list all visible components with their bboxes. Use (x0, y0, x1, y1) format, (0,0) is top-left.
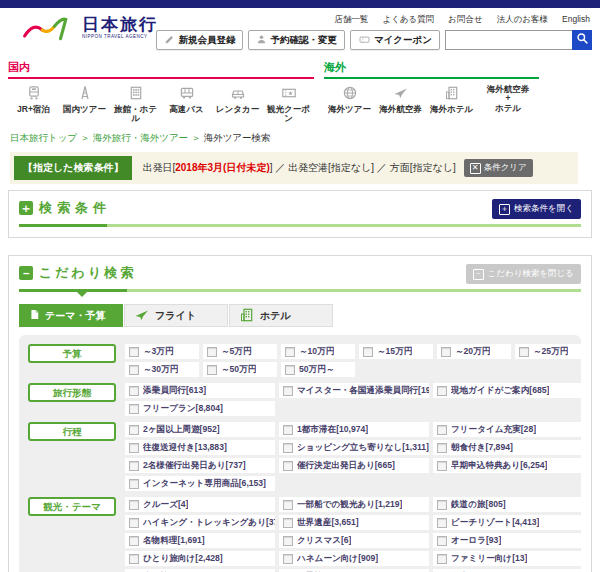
booking-confirm-button[interactable]: 予約確認・変更 (248, 30, 345, 50)
checkbox[interactable] (283, 536, 293, 546)
checkbox[interactable] (129, 365, 139, 375)
checkbox[interactable] (283, 425, 293, 435)
checkbox[interactable] (129, 554, 139, 564)
checkbox[interactable] (129, 425, 139, 435)
filter-option[interactable]: ～10万円 (281, 344, 355, 359)
filter-option[interactable]: ハネムーン向け[909] (279, 551, 429, 566)
filter-option[interactable]: 鉄道の旅[805] (433, 497, 583, 512)
nav-item-高速バス[interactable]: 高速バス (161, 84, 212, 123)
checkbox[interactable] (283, 554, 293, 564)
filter-option[interactable]: ハイキング・トレッキングあり[37] (125, 515, 275, 530)
filter-option[interactable]: 一部船での観光あり[1,219] (279, 497, 429, 512)
tab-フライト[interactable]: フライト (124, 304, 228, 327)
nav-item-海外ツアー[interactable]: 海外ツアー (324, 84, 375, 114)
checkbox[interactable] (437, 500, 447, 510)
checkbox[interactable] (283, 443, 293, 453)
filter-option[interactable]: 催行決定出発日あり[665] (279, 458, 429, 473)
search-button[interactable] (572, 30, 592, 50)
nav-item-旅館・ホテル[interactable]: 旅館・ホテル (110, 84, 161, 123)
checkbox[interactable] (129, 500, 139, 510)
filter-option[interactable]: フリータイム充実[28] (433, 422, 583, 437)
checkbox[interactable] (129, 386, 139, 396)
checkbox[interactable] (437, 425, 447, 435)
tab-ホテル[interactable]: ホテル (229, 304, 333, 327)
filter-option[interactable]: フリープラン[8,804] (125, 401, 275, 416)
checkbox[interactable] (437, 386, 447, 396)
checkbox[interactable] (363, 347, 373, 357)
nav-item-観光クーポン[interactable]: 観光クーポン (263, 84, 314, 123)
register-button[interactable]: 新規会員登録 (156, 30, 243, 50)
clear-conditions-button[interactable]: ✕条件クリア (464, 159, 533, 177)
filter-option[interactable]: ～3万円 (125, 344, 199, 359)
filter-option[interactable]: 現地ガイドがご案内[685] (433, 383, 583, 398)
checkbox[interactable] (437, 443, 447, 453)
filter-option[interactable]: マイスター・各国通添乗員同行[19] (279, 383, 429, 398)
close-kodawari-button[interactable]: －こだわり検索を閉じる (466, 264, 581, 284)
checkbox[interactable] (129, 443, 139, 453)
checkbox[interactable] (129, 518, 139, 528)
checkbox[interactable] (285, 347, 295, 357)
breadcrumb-link[interactable]: 日本旅行トップ (10, 132, 77, 143)
checkbox[interactable] (129, 461, 139, 471)
nav-item-海外航空券[interactable]: 海外航空券 (375, 84, 426, 114)
filter-option[interactable]: ～50万円 (203, 362, 277, 377)
filter-option[interactable]: ～30万円 (125, 362, 199, 377)
checkbox[interactable] (283, 386, 293, 396)
filter-option[interactable]: ショッピング立ち寄りなし[1,311] (279, 440, 429, 455)
utility-link[interactable]: お問合せ (448, 14, 482, 26)
open-search-conditions-button[interactable]: ＋検索条件を開く (492, 199, 581, 219)
expand-icon[interactable]: ＋ (19, 201, 33, 215)
search-input[interactable] (445, 30, 572, 50)
filter-option[interactable]: ひとり旅向け[2,428] (125, 551, 275, 566)
utility-link[interactable]: English (562, 14, 590, 26)
filter-option[interactable]: 1都市滞在[10,974] (279, 422, 429, 437)
filter-option[interactable]: 2ヶ国以上周遊[952] (125, 422, 275, 437)
checkbox[interactable] (283, 500, 293, 510)
nav-item-JR+宿泊[interactable]: JR+宿泊 (8, 84, 59, 123)
nippon-travel-logo[interactable]: 日本旅行 NIPPON TRAVEL AGENCY (22, 16, 158, 46)
checkbox[interactable] (207, 347, 217, 357)
checkbox[interactable] (129, 347, 139, 357)
filter-option[interactable]: ～15万円 (359, 344, 433, 359)
filter-option[interactable]: 名物料理[1,691] (125, 533, 275, 548)
filter-option[interactable]: クリスマス[6] (279, 533, 429, 548)
filter-option[interactable]: ～20万円 (437, 344, 511, 359)
utility-link[interactable]: 店舗一覧 (335, 14, 369, 26)
tab-テーマ・予算[interactable]: テーマ・予算 (19, 304, 123, 327)
nav-item-海外ホテル[interactable]: 海外ホテル (426, 84, 477, 114)
filter-option[interactable]: クルーズ[4] (125, 497, 275, 512)
checkbox[interactable] (129, 479, 139, 489)
filter-option[interactable]: ファミリー向け[13] (433, 551, 583, 566)
checkbox[interactable] (285, 365, 295, 375)
checkbox[interactable] (441, 347, 451, 357)
checkbox[interactable] (437, 461, 447, 471)
filter-option[interactable]: 添乗員同行[613] (125, 383, 275, 398)
filter-option[interactable]: 世界遺産[3,651] (279, 515, 429, 530)
utility-link[interactable]: よくある質問 (383, 14, 435, 26)
checkbox[interactable] (129, 404, 139, 414)
collapse-icon[interactable]: － (19, 266, 33, 280)
checkbox[interactable] (437, 554, 447, 564)
utility-link[interactable]: 法人のお客様 (497, 14, 548, 26)
filter-option[interactable]: 50万円～ (281, 362, 355, 377)
checkbox[interactable] (283, 461, 293, 471)
checkbox[interactable] (519, 347, 529, 357)
filter-option[interactable]: 朝食付き[7,894] (433, 440, 583, 455)
checkbox[interactable] (207, 365, 217, 375)
my-coupon-button[interactable]: マイクーポン (350, 30, 440, 50)
filter-option[interactable]: ～5万円 (203, 344, 277, 359)
filter-option[interactable]: 往復送迎付き[13,883] (125, 440, 275, 455)
breadcrumb-link[interactable]: 海外旅行・海外ツアー (93, 132, 188, 143)
filter-option[interactable]: ビーチリゾート[4,413] (433, 515, 583, 530)
nav-item-レンタカー[interactable]: レンタカー (212, 84, 263, 123)
checkbox[interactable] (283, 518, 293, 528)
filter-option[interactable]: 早期申込特典あり[6,254] (433, 458, 583, 473)
checkbox[interactable] (437, 536, 447, 546)
filter-option[interactable]: オーロラ[93] (433, 533, 583, 548)
filter-option[interactable]: 2名様催行出発日あり[737] (125, 458, 275, 473)
nav-item-国内ツアー[interactable]: 国内ツアー (59, 84, 110, 123)
checkbox[interactable] (437, 518, 447, 528)
checkbox[interactable] (129, 536, 139, 546)
nav-item-海外航空券+ホテル[interactable]: 海外航空券+ホテル (477, 84, 539, 114)
filter-option[interactable]: インターネット専用商品[6,153] (125, 476, 275, 491)
